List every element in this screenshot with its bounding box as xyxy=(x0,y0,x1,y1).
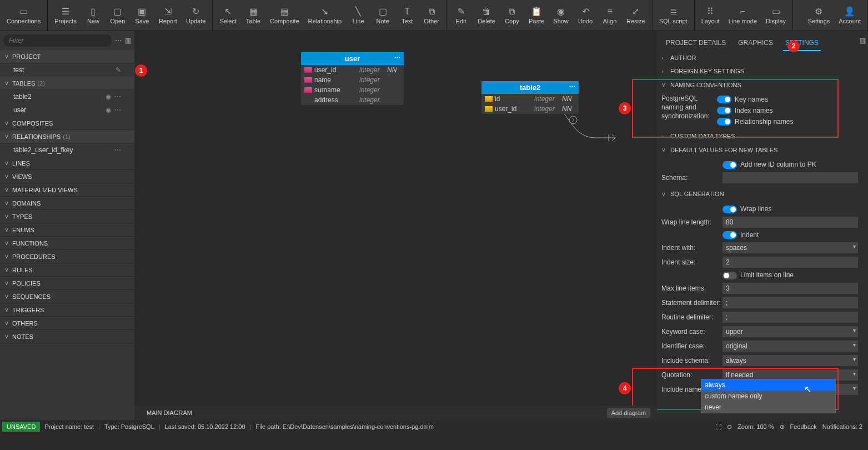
new-button[interactable]: ▯New xyxy=(81,0,106,31)
tab-project-details[interactable]: PROJECT DETAILS xyxy=(664,36,728,51)
routine-delim-input[interactable] xyxy=(723,312,858,323)
delete-button[interactable]: 🗑Delete xyxy=(473,0,500,31)
paste-button[interactable]: 📋Paste xyxy=(524,0,549,31)
edit-pencil-icon[interactable]: ✎ xyxy=(116,66,121,74)
schema-input[interactable] xyxy=(723,172,858,183)
project-item[interactable]: test ✎ xyxy=(0,63,134,77)
sqlscript-button[interactable]: ≣SQL script xyxy=(655,0,692,31)
toggle-panel-icon[interactable]: ▥ xyxy=(125,37,131,44)
fk-section[interactable]: ›FOREIGN KEY SETTINGS xyxy=(657,64,862,78)
undo-button[interactable]: ↶Undo xyxy=(573,0,598,31)
sequences-section[interactable]: ∨SEQUENCES xyxy=(0,290,134,303)
enums-section[interactable]: ∨ENUMS xyxy=(0,223,134,237)
eye-icon[interactable]: ◉ xyxy=(106,93,111,101)
domains-section[interactable]: ∨DOMAINS xyxy=(0,197,134,210)
table-user[interactable]: user ⋯ user_idintegerNNnameintegersurnam… xyxy=(301,52,404,105)
layout-button[interactable]: ⠿Layout xyxy=(697,0,724,31)
report-button[interactable]: ⇲Report xyxy=(154,0,182,31)
save-button[interactable]: ▣Save xyxy=(130,0,154,31)
table-table2-header[interactable]: table2 ⋯ xyxy=(481,81,579,94)
author-section[interactable]: ›AUTHOR xyxy=(657,51,862,64)
composites-section[interactable]: ∨COMPOSITES xyxy=(0,117,134,130)
stmt-delim-input[interactable] xyxy=(723,297,858,308)
show-button[interactable]: ◉Show xyxy=(549,0,573,31)
inc-schema-select[interactable]: always xyxy=(723,355,858,366)
select-button[interactable]: ↖Select xyxy=(215,0,241,31)
note-button[interactable]: ▢Note xyxy=(370,0,395,31)
panel-toggle-icon[interactable]: ▥ xyxy=(860,37,866,44)
notes-section[interactable]: ∨NOTES xyxy=(0,330,134,343)
kw-case-select[interactable]: upper xyxy=(723,326,858,337)
copy-button[interactable]: ⧉Copy xyxy=(500,0,524,31)
open-button[interactable]: ▢Open xyxy=(106,0,130,31)
other-button[interactable]: ⧉Other xyxy=(419,0,444,31)
column-row[interactable]: addressinteger xyxy=(301,95,404,105)
tables-section[interactable]: ∨TABLES(2) xyxy=(0,77,134,90)
notifications-link[interactable]: Notifications: 2 xyxy=(822,423,862,430)
linemode-button[interactable]: ⌐Line mode xyxy=(724,0,761,31)
more-icon[interactable]: ⋯ xyxy=(114,106,121,114)
defaults-section[interactable]: ∨DEFAULT VALUES FOR NEW TABLES xyxy=(657,143,862,157)
table-user-header[interactable]: user ⋯ xyxy=(301,52,404,65)
types-section[interactable]: ∨TYPES xyxy=(0,210,134,223)
max-items-input[interactable] xyxy=(723,283,858,294)
relationships-section[interactable]: ∨RELATIONSHIPS(1) xyxy=(0,130,134,143)
column-row[interactable]: idintegerNN xyxy=(481,94,579,104)
indent-with-select[interactable]: spaces xyxy=(723,242,858,253)
connections-button[interactable]: ▭ Connections xyxy=(2,0,45,31)
column-row[interactable]: user_idintegerNN xyxy=(301,65,404,75)
tab-graphics[interactable]: GRAPHICS xyxy=(736,36,775,51)
rules-section[interactable]: ∨RULES xyxy=(0,263,134,277)
diagram-canvas[interactable]: user ⋯ user_idintegerNNnameintegersurnam… xyxy=(134,31,657,420)
add-diagram-button[interactable]: Add diagram xyxy=(607,408,650,418)
more-icon[interactable]: ⋯ xyxy=(114,93,121,101)
fullscreen-icon[interactable]: ⛶ xyxy=(715,423,721,430)
account-button[interactable]: 👤Account xyxy=(834,0,865,31)
toggle-wrap-lines[interactable] xyxy=(723,206,737,213)
align-button[interactable]: ≡Align xyxy=(598,0,622,31)
functions-section[interactable]: ∨FUNCTIONS xyxy=(0,237,134,250)
others-section[interactable]: ∨OTHERS xyxy=(0,317,134,330)
table-table2[interactable]: table2 ⋯ idintegerNNuser_idintegerNN xyxy=(481,81,579,114)
project-section[interactable]: ∨PROJECT xyxy=(0,50,134,63)
column-row[interactable]: user_idintegerNN xyxy=(481,104,579,114)
toggle-add-newid[interactable] xyxy=(723,161,737,169)
column-row[interactable]: surnameinteger xyxy=(301,85,404,95)
filter-input[interactable] xyxy=(3,34,112,47)
naming-section[interactable]: ∨NAMING CONVENTIONS xyxy=(657,78,862,92)
table-item-user[interactable]: user◉⋯ xyxy=(0,103,134,117)
toggle-indent[interactable] xyxy=(723,231,737,239)
mviews-section[interactable]: ∨MATERIALIZED VIEWS xyxy=(0,183,134,197)
lines-section[interactable]: ∨LINES xyxy=(0,157,134,170)
feedback-link[interactable]: Feedback xyxy=(790,423,817,430)
eye-icon[interactable]: ◉ xyxy=(106,106,111,114)
table-button[interactable]: ▦Table xyxy=(241,0,265,31)
filter-more-button[interactable]: ⋯ xyxy=(115,37,122,44)
procedures-section[interactable]: ∨PROCEDURES xyxy=(0,250,134,263)
text-button[interactable]: TText xyxy=(395,0,419,31)
display-button[interactable]: ▭Display xyxy=(761,0,790,31)
table-menu-icon[interactable]: ⋯ xyxy=(569,83,575,91)
toggle-key-names[interactable] xyxy=(717,96,731,103)
update-button[interactable]: ↻Update xyxy=(182,0,210,31)
line-button[interactable]: ╲Line xyxy=(346,0,370,31)
dropdown-option-custom[interactable]: custom names only xyxy=(701,391,835,402)
projects-button[interactable]: ☰Projects xyxy=(50,0,81,31)
more-icon[interactable]: ⋯ xyxy=(114,146,121,154)
column-row[interactable]: nameinteger xyxy=(301,75,404,85)
dropdown-option-never[interactable]: never xyxy=(701,402,835,413)
id-case-select[interactable]: original xyxy=(723,341,858,352)
table-menu-icon[interactable]: ⋯ xyxy=(394,54,400,62)
custom-types-section[interactable]: ›CUSTOM DATA TYPES xyxy=(657,129,862,143)
sqlgen-section[interactable]: ∨SQL GENERATION xyxy=(657,187,862,201)
relationship-button[interactable]: ↘Relationship xyxy=(304,0,347,31)
toggle-index-names[interactable] xyxy=(717,107,731,114)
resize-button[interactable]: ⤢Resize xyxy=(622,0,650,31)
triggers-section[interactable]: ∨TRIGGERS xyxy=(0,303,134,317)
zoom-in-icon[interactable]: ⊕ xyxy=(780,423,785,431)
relationship-item[interactable]: table2_user_id_fkey⋯ xyxy=(0,143,134,157)
table-item-table2[interactable]: table2◉⋯ xyxy=(0,90,134,103)
zoom-out-icon[interactable]: ⊖ xyxy=(727,423,732,431)
policies-section[interactable]: ∨POLICIES xyxy=(0,277,134,290)
indent-size-input[interactable] xyxy=(723,257,858,268)
